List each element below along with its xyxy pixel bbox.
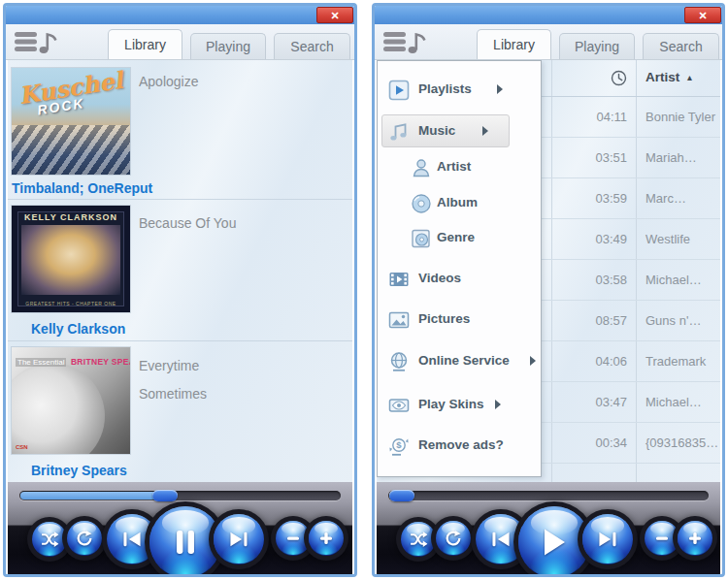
artist-link[interactable]: Britney Spears [31,463,127,478]
repeat-button[interactable] [436,521,471,556]
next-button[interactable] [214,514,264,564]
cover-title: The Essential [16,358,66,367]
album-icon [411,193,432,214]
toolbar: Library Playing Search [6,24,354,60]
shuffle-button[interactable] [401,522,436,557]
menu-item-playlists[interactable]: Playlists [379,75,540,106]
artist-link[interactable]: Kelly Clarkson [31,321,125,337]
song-title[interactable]: Everytime [139,358,199,373]
shuffle-button[interactable] [32,522,67,557]
library-album-list: Kuschel ROCK Apologize Timbaland; OneRep… [8,60,352,482]
volume-down-button[interactable] [645,521,679,556]
volume-down-button[interactable] [276,521,311,556]
library-dropdown-menu: Playlists Music Artist [377,60,542,477]
menu-item-label: Music [418,123,455,138]
menu-item-label: Play Skins [418,397,484,411]
submenu-arrow-icon [520,353,536,368]
playlists-icon [388,80,410,101]
cover-subtitle: BRITNEY SPEARS [71,357,130,367]
cover-title: KELLY CLARKSON [12,212,130,222]
close-button[interactable]: ✕ [684,7,721,23]
progress-bar[interactable] [388,491,709,500]
song-title[interactable]: Because Of You [139,215,236,231]
menu-item-videos[interactable]: Videos [379,264,540,295]
remove-ads-icon: $ [388,435,410,457]
volume-up-button[interactable] [678,521,712,556]
music-player-window-right: ✕ Library Playing Search Artist▲ [372,3,725,577]
player-control-bar [377,482,720,574]
menu-item-label: Album [437,195,478,209]
play-button[interactable] [518,506,590,574]
progress-bar[interactable] [19,491,341,500]
duration-cell: 03:47 [551,395,627,409]
album-art-kelly-clarkson[interactable]: KELLY CLARKSON GREATEST HITS - CHAPTER O… [12,206,130,312]
cover-decoration [12,125,130,175]
artist-column-header[interactable]: Artist▲ [645,70,694,84]
artist-cell: Guns n'… [645,313,701,328]
artist-cell: Bonnie Tyler [645,110,715,124]
menu-item-remove-ads[interactable]: $ Remove ads? [379,431,540,462]
duration-cell: 03:51 [551,150,627,165]
artist-cell: Michael… [645,395,702,409]
play-skins-icon [388,395,410,416]
menu-item-label: Pictures [418,311,470,326]
album-art-britney-spears[interactable]: The Essential BRITNEY SPEARS CSN [12,347,130,454]
title-bar[interactable]: ✕ [375,6,722,24]
artist-cell: Marc… [645,191,686,206]
menu-item-play-skins[interactable]: Play Skins [379,390,540,421]
list-divider [8,199,352,200]
menu-item-pictures[interactable]: Pictures [379,305,540,336]
duration-cell: 03:49 [551,232,627,246]
next-button[interactable] [582,514,633,564]
duration-cell: 08:57 [551,313,627,328]
song-title[interactable]: Sometimes [139,386,207,402]
menu-item-online-service[interactable]: Online Service [379,346,540,377]
menu-item-label: Artist [437,159,471,174]
artist-cell: Westlife [645,232,690,246]
artist-cell: {09316835… [645,435,718,450]
menu-item-label: Videos [418,271,461,285]
title-bar[interactable]: ✕ [6,6,354,24]
volume-up-button[interactable] [309,521,344,556]
artist-icon [411,157,432,178]
duration-cell: 03:59 [551,191,627,206]
playlist-menu-icon[interactable] [382,30,427,55]
repeat-button[interactable] [67,521,102,556]
clock-icon[interactable] [611,70,627,86]
artist-link[interactable]: Timbaland; OneReput [12,180,152,196]
tab-search[interactable]: Search [274,33,350,59]
library-song-table: Artist▲ 04:11Bonnie Tyler 03:51Mariah… 0… [377,60,720,482]
svg-text:$: $ [396,439,402,450]
tab-playing[interactable]: Playing [190,33,266,59]
playlist-menu-icon[interactable] [14,30,58,55]
progress-thumb[interactable] [389,490,414,501]
menu-item-artist[interactable]: Artist [379,152,540,183]
menu-item-album[interactable]: Album [379,188,540,219]
pictures-icon [388,309,410,331]
tab-library[interactable]: Library [108,29,182,59]
progress-fill [389,492,402,499]
cover-decoration [21,225,120,295]
tab-library[interactable]: Library [477,29,551,59]
progress-thumb[interactable] [152,490,178,501]
tab-search[interactable]: Search [643,33,719,59]
close-button[interactable]: ✕ [316,7,353,23]
album-art-kuschel-rock[interactable]: Kuschel ROCK [12,68,130,175]
submenu-arrow-icon [473,123,488,138]
song-title[interactable]: Apologize [139,74,199,89]
menu-item-genre[interactable]: Genre [379,223,540,254]
artist-header-label: Artist [645,70,679,84]
online-service-icon [388,351,410,372]
toolbar: Library Playing Search [375,24,722,60]
pause-button[interactable] [149,506,221,574]
menu-item-label: Remove ads? [418,437,504,452]
cover-logo: CSN [16,444,28,450]
sort-ascending-icon: ▲ [685,73,693,82]
duration-cell: 03:58 [551,273,627,287]
menu-item-label: Playlists [418,81,472,96]
cover-decoration [12,363,105,454]
player-control-bar [8,482,352,574]
tab-playing[interactable]: Playing [559,33,635,59]
duration-cell: 04:11 [551,110,627,124]
menu-item-music[interactable]: Music [379,116,540,147]
